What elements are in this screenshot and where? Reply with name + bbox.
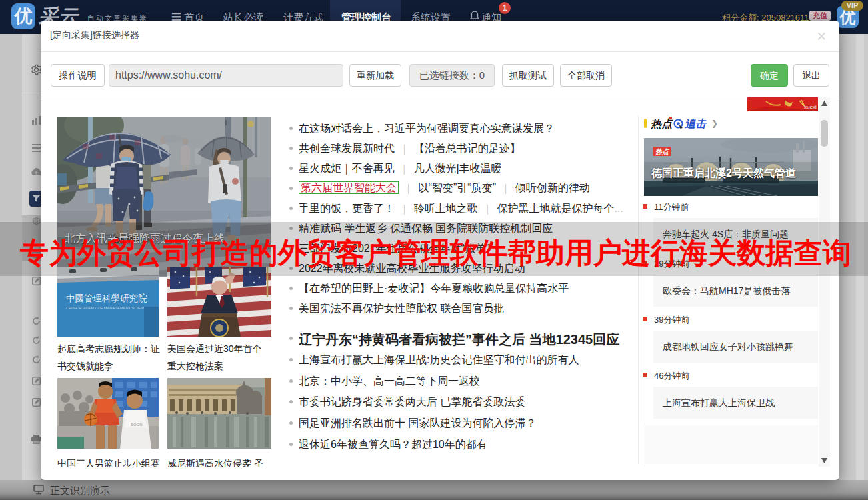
svg-text:xuexi: xuexi <box>804 104 817 110</box>
svg-text:热点: 热点 <box>655 148 670 155</box>
svg-text:CHINA ACADEMY OF MANAGEMENT SC: CHINA ACADEMY OF MANAGEMENT SCIENCE <box>66 306 148 310</box>
svg-text:SOON: SOON <box>131 423 143 427</box>
svg-text:中國管理科學研究院: 中國管理科學研究院 <box>66 293 147 303</box>
